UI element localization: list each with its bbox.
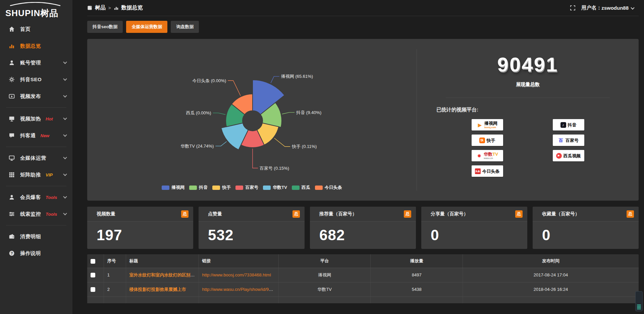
legend-item-3[interactable]: 百家号 [235, 185, 258, 191]
app-logo: SHUPIN树品 [0, 0, 72, 21]
toutiao-logo-icon: 头条 [475, 168, 481, 174]
fullscreen-icon[interactable] [570, 5, 575, 10]
user-menu[interactable]: 用户名：zswodun88 [581, 5, 634, 11]
douyin-logo-icon: ♪ [560, 122, 566, 128]
total-badge: 总 [292, 210, 300, 218]
chart-panel: 播视网 (65.61%)抖音 (9.40%)快手 (0.11%)百家号 (0.1… [87, 39, 639, 201]
floating-widget[interactable] [635, 291, 643, 311]
table-header-row: 序号 标题 链接 平台 播放量 发布时间 [87, 254, 639, 268]
legend-item-0[interactable]: 播视网 [162, 185, 184, 191]
user-icon [9, 194, 15, 200]
table-row-partial [87, 297, 639, 303]
video-title-link[interactable]: 楼体投影灯投影效果震撼上市 [129, 287, 186, 292]
grid-icon [9, 172, 15, 178]
video-title-link[interactable]: 室外水纹灯和室内水纹灯的区别和简介 [129, 272, 199, 277]
stat-title: 分享量（百家号） [431, 211, 468, 217]
pie-label-line-3 [253, 149, 258, 168]
chevron-down-icon [63, 133, 67, 137]
pie-label-4: 华数TV (24.74%) [180, 144, 214, 149]
legend-item-6[interactable]: 今日头条 [315, 185, 342, 191]
platform-subtext: wasu.cn [484, 157, 493, 159]
sidebar-item-label: 线索监控 [20, 211, 41, 217]
sidebar-nav: 首页数据总览账号管理抖音SEO视频发布视频加热Hot抖客通New全媒体运营矩阵助… [0, 21, 72, 262]
col-plays: 播放量 [371, 254, 463, 268]
tab-omnimedia-data[interactable]: 全媒体运营数据 [126, 21, 167, 33]
table-row: 2楼体投影灯投影效果震撼上市http://www.wasu.cn/Play/sh… [87, 282, 639, 297]
sliders-icon [9, 211, 15, 217]
sidebar-item-label: 矩阵助推 [20, 172, 41, 178]
stat-card-shares: 分享量（百家号）总 0 [421, 207, 527, 249]
video-url-link[interactable]: http://www.boosj.com/7338468.html [202, 272, 271, 277]
select-all-checkbox[interactable] [91, 259, 95, 264]
platform-badge-wasu: ✸华数TVwasu.cn [472, 150, 503, 161]
sidebar-item-label: 全媒体运营 [20, 155, 46, 161]
col-no: 序号 [104, 254, 126, 268]
pie-label-3: 百家号 (0.15%) [260, 166, 289, 171]
username: zswodun88 [601, 5, 629, 11]
sidebar-item-chat[interactable]: 抖客通New [0, 127, 72, 144]
badge-column: ▶播视网boosj.com快快手✸华数TVwasu.cn头条今日头条 [472, 119, 503, 177]
chevron-down-icon [63, 116, 67, 120]
stat-card-videos: 视频数量总 197 [87, 207, 193, 249]
sidebar-item-chart[interactable]: 数据总览 [0, 38, 72, 54]
sidebar-item-label: 视频加热 [20, 116, 41, 122]
platform-name: 华数TV [484, 152, 498, 156]
board-icon [87, 5, 92, 10]
stat-value: 0 [421, 221, 527, 244]
pie-label-1: 抖音 (9.40%) [296, 110, 321, 115]
legend-swatch [235, 186, 243, 190]
sidebar-item-tag: Tools [46, 212, 57, 217]
legend-label: 快手 [222, 185, 231, 191]
video-url-link[interactable]: http://www.wasu.cn/Play/show/id/952... [202, 287, 277, 292]
sidebar-item-gear[interactable]: 抖音SEO [0, 71, 72, 88]
cell-plays: 5438 [371, 282, 463, 297]
stat-title: 收藏量（百家号） [542, 211, 580, 217]
impressions-total-label: 展现量总数 [417, 82, 639, 88]
legend-item-2[interactable]: 快手 [212, 185, 231, 191]
row-checkbox[interactable] [91, 273, 95, 277]
cell-platform: 华数TV [278, 282, 371, 297]
tab-inquiry-data[interactable]: 询盘数据 [171, 21, 199, 33]
total-badge: 总 [181, 210, 189, 218]
legend-item-4[interactable]: 华数TV [263, 185, 287, 191]
platform-name: 快手 [487, 138, 495, 143]
col-time: 发布时间 [463, 254, 639, 268]
legend-item-1[interactable]: 抖音 [189, 185, 208, 191]
sidebar-item-home[interactable]: 首页 [0, 21, 72, 38]
platform-name: 百家号 [566, 138, 579, 143]
cell-time: 2018-04-26 16:24 [463, 282, 639, 297]
pie-label-2: 快手 (0.11%) [291, 144, 317, 149]
platform-badges: ▶播视网boosj.com快快手✸华数TVwasu.cn头条今日头条♪抖音百百家… [417, 119, 639, 177]
topbar-right: 用户名：zswodun88 [570, 5, 639, 11]
legend-item-5[interactable]: 西瓜 [292, 185, 310, 191]
sidebar-divider [6, 225, 66, 225]
pie-label-line-2 [274, 138, 290, 147]
legend-swatch [263, 186, 271, 190]
sidebar-item-label: 数据总览 [20, 43, 41, 49]
platform-subtext: boosj.com [484, 126, 496, 128]
sidebar-item-monitor[interactable]: 全媒体运营 [0, 150, 72, 166]
legend-swatch [315, 186, 323, 190]
sidebar: SHUPIN树品 首页数据总览账号管理抖音SEO视频发布视频加热Hot抖客通Ne… [0, 0, 72, 314]
sidebar-item-user[interactable]: 账号管理 [0, 54, 72, 71]
wallet-icon [9, 233, 15, 240]
app-root: SHUPIN树品 首页数据总览账号管理抖音SEO视频发布视频加热Hot抖客通Ne… [0, 0, 644, 314]
tab-douyin-seo-data[interactable]: 抖音seo数据 [87, 21, 123, 33]
data-tabs: 抖音seo数据 全媒体运营数据 询盘数据 [87, 21, 639, 33]
breadcrumb-root[interactable]: 树品 [95, 4, 106, 11]
row-checkbox[interactable] [91, 287, 95, 292]
main-content: 树品 > 数据总览 用户名：zswodun88 抖音seo数据 全媒体运营数据 … [72, 0, 644, 314]
sidebar-item-question[interactable]: ?操作说明 [0, 245, 72, 262]
stat-card-likes: 点赞量总 532 [199, 207, 305, 249]
sidebar-item-screen[interactable]: 视频加热Hot [0, 110, 72, 127]
chart-legend: 播视网抖音快手百家号华数TV西瓜今日头条 [87, 185, 417, 191]
sidebar-item-wallet[interactable]: 消费明细 [0, 228, 72, 245]
platform-badge-baijiahao: 百百家号 [553, 135, 584, 146]
chat-icon [9, 133, 15, 139]
sidebar-item-grid[interactable]: 矩阵助推VIP [0, 166, 72, 183]
sidebar-item-user[interactable]: 会员爆客Tools [0, 189, 72, 206]
sidebar-item-video[interactable]: 视频发布 [0, 88, 72, 105]
chevron-down-icon [631, 6, 634, 9]
sidebar-item-label: 消费明细 [20, 233, 41, 240]
sidebar-item-sliders[interactable]: 线索监控Tools [0, 206, 72, 222]
